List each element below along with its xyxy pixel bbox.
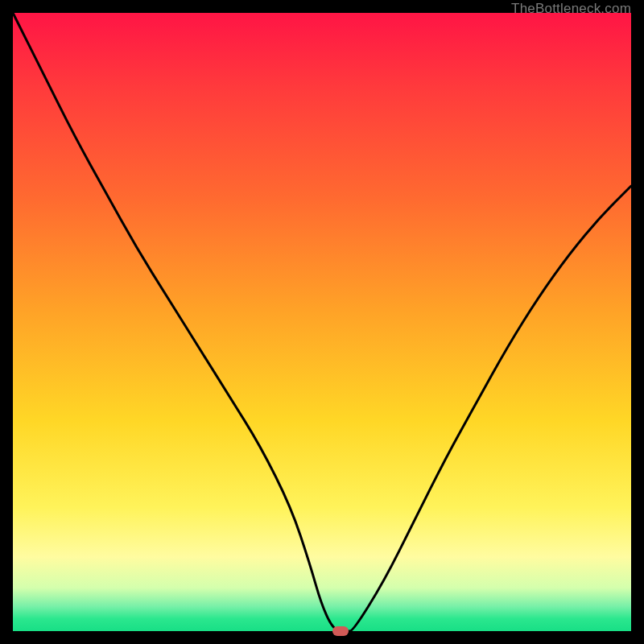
chart-frame: TheBottleneck.com <box>0 0 644 644</box>
chart-plot-area: TheBottleneck.com <box>13 13 631 631</box>
bottleneck-curve <box>13 13 631 631</box>
optimum-marker <box>332 626 349 636</box>
